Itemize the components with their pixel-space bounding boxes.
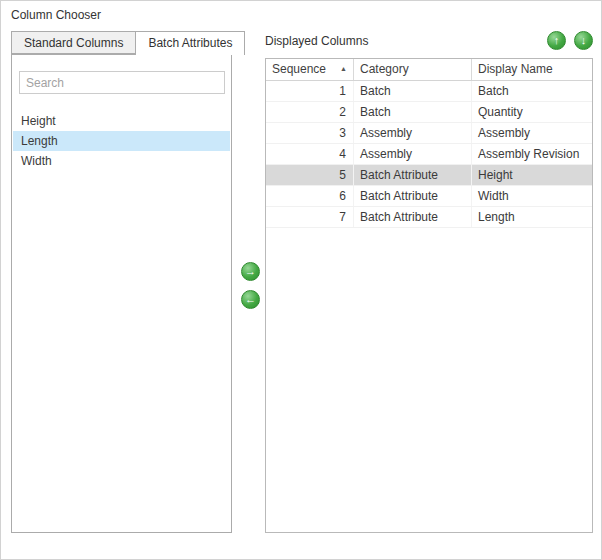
tab-standard-columns[interactable]: Standard Columns: [11, 31, 135, 54]
list-item-height[interactable]: Height: [13, 111, 230, 131]
column-header-sequence[interactable]: Sequence▲: [266, 59, 354, 80]
attributes-list: Height Length Width: [13, 111, 230, 171]
list-item-width[interactable]: Width: [13, 151, 230, 171]
cell-sequence: 2: [266, 102, 354, 122]
reorder-buttons: ↑ ↓: [547, 31, 593, 50]
cell-display-name: Assembly: [472, 123, 592, 143]
cell-display-name: Length: [472, 207, 592, 227]
column-header-display-name[interactable]: Display Name: [472, 59, 592, 80]
move-down-button[interactable]: ↓: [574, 31, 593, 50]
cell-sequence: 7: [266, 207, 354, 227]
table-row[interactable]: 2 Batch Quantity: [266, 102, 592, 123]
table-row[interactable]: 5 Batch Attribute Height: [266, 165, 592, 186]
displayed-columns-title: Displayed Columns: [265, 34, 368, 48]
cell-display-name: Quantity: [472, 102, 592, 122]
cell-display-name: Height: [472, 165, 592, 185]
cell-sequence: 4: [266, 144, 354, 164]
table-row[interactable]: 1 Batch Batch: [266, 81, 592, 102]
cell-sequence: 1: [266, 81, 354, 101]
list-item-length[interactable]: Length: [13, 131, 230, 151]
arrow-down-icon: ↓: [581, 35, 587, 46]
sort-ascending-icon: ▲: [340, 65, 347, 72]
remove-column-button[interactable]: ←: [241, 290, 260, 309]
add-column-button[interactable]: →: [241, 262, 260, 281]
cell-display-name: Batch: [472, 81, 592, 101]
cell-sequence: 5: [266, 165, 354, 185]
cell-display-name: Width: [472, 186, 592, 206]
displayed-columns-header: Displayed Columns ↑ ↓: [265, 31, 593, 51]
cell-category: Batch: [354, 102, 472, 122]
cell-sequence: 6: [266, 186, 354, 206]
tab-bar: Standard Columns Batch Attributes: [11, 31, 245, 55]
column-header-category[interactable]: Category: [354, 59, 472, 80]
displayed-columns-table: Sequence▲ Category Display Name 1 Batch …: [265, 58, 593, 533]
table-row[interactable]: 7 Batch Attribute Length: [266, 207, 592, 228]
table-row[interactable]: 6 Batch Attribute Width: [266, 186, 592, 207]
arrow-up-icon: ↑: [554, 35, 560, 46]
tab-batch-attributes[interactable]: Batch Attributes: [135, 31, 245, 55]
transfer-buttons: → ←: [241, 262, 260, 309]
cell-category: Batch Attribute: [354, 186, 472, 206]
column-header-sequence-label: Sequence: [272, 62, 326, 76]
cell-sequence: 3: [266, 123, 354, 143]
arrow-right-icon: →: [245, 266, 256, 277]
move-up-button[interactable]: ↑: [547, 31, 566, 50]
cell-category: Batch: [354, 81, 472, 101]
table-row[interactable]: 4 Assembly Assembly Revision: [266, 144, 592, 165]
cell-category: Batch Attribute: [354, 207, 472, 227]
cell-category: Batch Attribute: [354, 165, 472, 185]
table-row[interactable]: 3 Assembly Assembly: [266, 123, 592, 144]
batch-attributes-panel: Height Length Width: [11, 54, 232, 533]
arrow-left-icon: ←: [245, 294, 256, 305]
search-input[interactable]: [19, 71, 225, 94]
table-header-row: Sequence▲ Category Display Name: [266, 59, 592, 81]
cell-display-name: Assembly Revision: [472, 144, 592, 164]
page-title: Column Chooser: [11, 8, 101, 22]
column-chooser-window: Column Chooser Standard Columns Batch At…: [0, 0, 602, 560]
cell-category: Assembly: [354, 123, 472, 143]
cell-category: Assembly: [354, 144, 472, 164]
